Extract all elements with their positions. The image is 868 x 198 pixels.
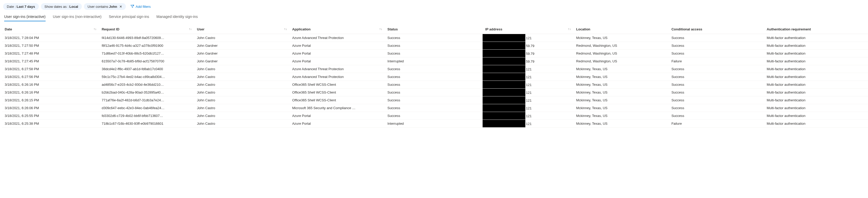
col-header-user[interactable]: User ↑↓ [194,25,290,34]
table-row[interactable]: 3/18/2021, 7:27:45 PM615507a7-0c78-4b85-… [2,57,868,65]
cell-user: John Gardner [194,50,290,57]
signins-table: Date ↑↓ Request ID ↑↓ User ↑↓ Applicatio… [2,25,868,128]
cell-conditional-access: Success [669,81,764,89]
col-header-application[interactable]: Application ↑↓ [289,25,385,34]
col-header-status-label: Status [388,27,398,31]
cell-application: Azure Advanced Threat Protection [289,73,385,81]
col-header-date-label: Date [5,27,12,31]
col-header-user-label: User [197,27,205,31]
cell-location: Mckinney, Texas, US [574,112,669,120]
col-header-conditional-access[interactable]: Conditional access [669,25,764,34]
table-row[interactable]: 3/18/2021, 6:26:06 PMd309c647-eebc-42e3-… [2,104,868,112]
cell-ip-address: 121 [483,96,574,104]
cell-location: Mckinney, Texas, US [574,104,669,112]
cell-ip-address: 121 [483,89,574,96]
filter-date-value: Last 7 days [17,5,35,9]
cell-request-id: b2bb2bad-040c-428a-90ad-352895a40… [99,89,194,96]
cell-request-id: ad4856c7-e203-4cb2-930d-4e36dd210… [99,81,194,89]
cell-conditional-access: Success [669,96,764,104]
cell-application: Office365 Shell WCSS-Client [289,81,385,89]
table-row[interactable]: 3/18/2021, 6:25:38 PM718b1c67-f16b-4630-… [2,120,868,128]
tab-user-signins-noninteractive[interactable]: User sign-ins (non-interactive) [53,13,102,21]
cell-application: Azure Portal [289,57,385,65]
cell-auth-requirement: Multi-factor authentication [764,73,868,81]
ip-suffix: 121 [525,122,532,125]
table-row[interactable]: 3/18/2021, 7:27:48 PM71d8bed7-013f-40bb-… [2,50,868,57]
cell-conditional-access: Success [669,50,764,57]
filter-date-prefix: Date : [7,5,16,9]
cell-user: John Castro [194,96,290,104]
col-header-location[interactable]: Location [574,25,669,34]
col-header-date[interactable]: Date ↑↓ [2,25,99,34]
cell-ip-address: 121 [483,81,574,89]
cell-location: Mckinney, Texas, US [574,81,669,89]
filter-pill-dates-as[interactable]: Show dates as : Local [41,3,82,10]
col-header-ip[interactable]: IP address ↑↓ [483,25,574,34]
table-row[interactable]: 3/18/2021, 6:27:58 PM38dcd4e2-ff8c-4937-… [2,65,868,73]
col-header-auth-requirement[interactable]: Authentication requirement [764,25,868,34]
cell-request-id: 59c1c75c-27b4-4ed2-b4ac-c89ca8d304… [99,73,194,81]
redaction-block [483,89,525,96]
cell-date: 3/18/2021, 6:27:56 PM [2,73,99,81]
cell-conditional-access: Success [669,65,764,73]
cell-conditional-access: Failure [669,120,764,128]
col-header-location-label: Location [576,27,590,31]
cell-date: 3/18/2021, 6:26:15 PM [2,96,99,104]
cell-auth-requirement: Multi-factor authentication [764,34,868,42]
ip-suffix: 121 [525,98,532,102]
add-filters-button[interactable]: Add filters [128,3,153,10]
cell-user: John Gardner [194,57,290,65]
ip-suffix: 121 [525,67,532,71]
filter-pill-user[interactable]: User contains John ✕ [84,3,126,10]
table-row[interactable]: 3/18/2021, 6:27:56 PM59c1c75c-27b4-4ed2-… [2,73,868,81]
table-row[interactable]: 3/18/2021, 6:25:55 PMfd3302d6-c729-4b02-… [2,112,868,120]
tab-service-principal-signins[interactable]: Service principal sign-ins [108,13,149,21]
table-row[interactable]: 3/18/2021, 6:26:15 PM771af76e-6a2f-482d-… [2,96,868,104]
table-row[interactable]: 3/18/2021, 6:26:16 PMad4856c7-e203-4cb2-… [2,81,868,89]
cell-ip-address: 121 [483,34,574,42]
cell-application: Office365 Shell WCSS-Client [289,96,385,104]
cell-request-id: f414d130-6446-4993-89df-8a05720609… [99,34,194,42]
cell-location: Redmond, Washington, US [574,57,669,65]
tab-user-signins-interactive[interactable]: User sign-ins (interactive) [4,13,45,21]
close-icon[interactable]: ✕ [119,5,122,9]
col-header-request-label: Request ID [102,27,119,31]
filter-user-value: John [109,5,117,9]
col-header-cond-label: Conditional access [672,27,702,31]
cell-status: Success [385,89,483,96]
ip-suffix: 121 [525,90,532,94]
col-header-request-id[interactable]: Request ID ↑↓ [99,25,194,34]
tab-managed-identity-signins[interactable]: Managed identity sign-ins [156,13,198,21]
cell-user: John Castro [194,120,290,128]
cell-ip-address: 59.79 [483,42,574,50]
col-header-ip-label: IP address [485,27,502,31]
sort-icon[interactable]: ↑↓ [189,27,192,30]
col-header-status[interactable]: Status [385,25,483,34]
table-row[interactable]: 3/18/2021, 6:26:16 PMb2bb2bad-040c-428a-… [2,89,868,96]
cell-user: John Gardner [194,42,290,50]
cell-status: Success [385,34,483,42]
redaction-block [483,104,525,112]
sort-icon[interactable]: ↑↓ [568,27,571,30]
cell-user: John Castro [194,65,290,73]
table-row[interactable]: 3/18/2021, 7:27:50 PMf8f12a46-9175-4d4c-… [2,42,868,50]
cell-status: Success [385,42,483,50]
redaction-block [483,42,525,49]
cell-user: John Castro [194,73,290,81]
cell-conditional-access: Success [669,112,764,120]
cell-status: Success [385,104,483,112]
table-row[interactable]: 3/18/2021, 7:28:04 PMf414d130-6446-4993-… [2,34,868,42]
sort-icon[interactable]: ↑↓ [284,27,287,30]
cell-auth-requirement: Multi-factor authentication [764,120,868,128]
cell-date: 3/18/2021, 7:27:50 PM [2,42,99,50]
cell-date: 3/18/2021, 6:25:55 PM [2,112,99,120]
sort-icon[interactable]: ↑↓ [379,27,382,30]
filter-pill-date[interactable]: Date : Last 7 days [3,3,39,10]
cell-status: Success [385,81,483,89]
cell-status: Success [385,50,483,57]
cell-application: Office365 Shell WCSS-Client [289,89,385,96]
cell-conditional-access: Success [669,34,764,42]
cell-date: 3/18/2021, 7:27:48 PM [2,50,99,57]
redaction-block [483,96,525,104]
sort-icon[interactable]: ↑↓ [94,27,96,30]
